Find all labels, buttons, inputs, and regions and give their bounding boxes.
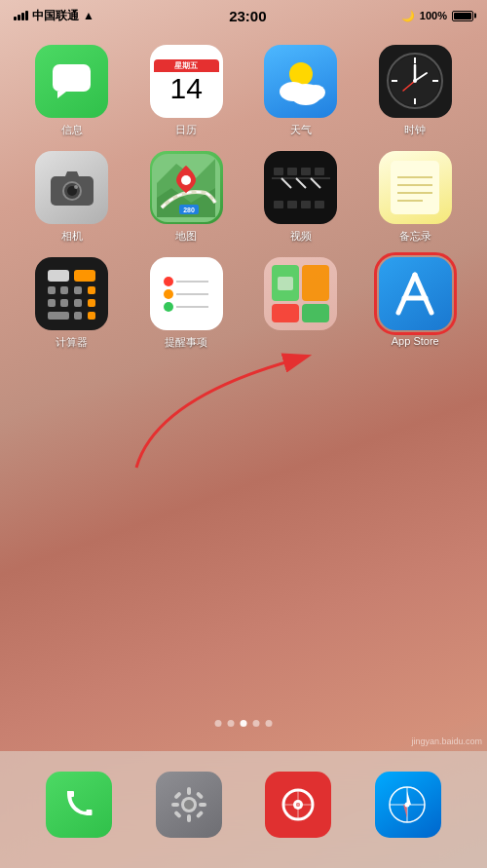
calendar-icon: 星期五 14: [150, 45, 223, 118]
calendar-day: 星期五: [154, 59, 219, 72]
maps-label: 地图: [175, 229, 197, 244]
weather-label: 天气: [290, 123, 312, 137]
svg-line-66: [415, 275, 431, 313]
app-appstore[interactable]: App Store: [363, 257, 468, 350]
svg-rect-31: [287, 201, 297, 208]
svg-rect-47: [60, 286, 68, 294]
svg-point-62: [164, 302, 173, 312]
svg-rect-0: [53, 64, 91, 92]
page-dot-3: [241, 720, 247, 727]
svg-rect-48: [74, 286, 82, 294]
dock-settings[interactable]: [156, 772, 222, 838]
svg-rect-78: [196, 811, 204, 818]
settings-icon: [156, 772, 222, 838]
wifi-icon: ▲: [83, 9, 94, 22]
clock-label: 时钟: [404, 123, 426, 137]
safari-icon: [375, 772, 441, 838]
svg-rect-71: [187, 787, 191, 795]
app-calendar[interactable]: 星期五 14 日历: [134, 45, 240, 137]
page-dot-1: [215, 720, 222, 727]
svg-rect-26: [274, 168, 283, 175]
appstore-label: App Store: [392, 335, 439, 347]
calendar-label: 日历: [175, 123, 197, 137]
weather-icon: [264, 45, 337, 118]
reminders-icon: [150, 257, 223, 330]
notes-label: 备忘录: [399, 229, 431, 244]
app-grid-row2: 相机 280 地图: [0, 149, 487, 255]
page-dot-4: [253, 720, 260, 727]
watermark: jingyan.baidu.com: [411, 736, 482, 746]
app-camera[interactable]: 相机: [19, 151, 125, 244]
maps-icon: 280: [150, 151, 223, 224]
app-videos[interactable]: 视频: [248, 151, 354, 244]
app-messages[interactable]: 信息: [19, 45, 125, 137]
svg-rect-53: [88, 299, 95, 307]
folder-mini-3: [272, 304, 299, 322]
appstore-icon: [379, 257, 452, 330]
svg-rect-45: [74, 270, 95, 282]
svg-marker-1: [57, 92, 66, 98]
app-calculator[interactable]: 计算器: [19, 257, 125, 350]
svg-rect-33: [315, 201, 324, 208]
dock-netease[interactable]: [265, 772, 331, 838]
app-clock[interactable]: 时钟: [363, 45, 468, 137]
svg-point-5: [306, 85, 325, 100]
netease-icon: [265, 772, 331, 838]
signal-bars: [14, 11, 28, 20]
app-notes[interactable]: 备忘录: [363, 151, 468, 244]
svg-rect-54: [48, 312, 69, 320]
moon-icon: 🌙: [401, 10, 415, 22]
svg-point-89: [405, 802, 410, 807]
svg-rect-52: [74, 299, 82, 307]
svg-point-20: [74, 185, 78, 189]
folder-mini-2: [302, 265, 329, 301]
dock-phone[interactable]: [46, 772, 112, 838]
svg-line-65: [398, 275, 415, 313]
messages-icon: [35, 45, 108, 118]
svg-rect-38: [391, 161, 439, 214]
svg-rect-32: [301, 201, 311, 208]
app-maps[interactable]: 280 地图: [134, 151, 240, 244]
svg-rect-49: [88, 286, 95, 294]
svg-rect-72: [187, 814, 191, 822]
videos-label: 视频: [290, 229, 312, 244]
svg-rect-50: [48, 299, 56, 307]
battery-percent: 100%: [420, 10, 447, 21]
svg-rect-55: [74, 312, 82, 320]
battery-icon: [452, 11, 473, 21]
camera-icon: [35, 151, 108, 224]
svg-rect-77: [173, 811, 181, 818]
status-left: 中国联通 ▲: [14, 8, 94, 24]
page-dot-2: [228, 720, 235, 727]
notes-icon: [379, 151, 452, 224]
folder-mini-4: [302, 304, 329, 322]
svg-rect-30: [274, 201, 283, 208]
app-weather[interactable]: 天气: [248, 45, 354, 137]
calendar-date: 14: [170, 74, 203, 103]
reminders-label: 提醒事项: [165, 335, 207, 350]
svg-text:280: 280: [183, 207, 195, 213]
svg-rect-56: [88, 312, 95, 320]
svg-rect-51: [60, 299, 68, 307]
svg-rect-64: [278, 277, 293, 290]
svg-rect-44: [48, 270, 69, 282]
svg-point-15: [413, 79, 417, 83]
svg-point-70: [184, 800, 194, 810]
svg-point-60: [164, 289, 173, 299]
app-folder[interactable]: [248, 257, 354, 350]
app-grid-row3: 计算器 提醒事项: [0, 255, 487, 361]
dock-safari[interactable]: [375, 772, 441, 838]
folder-icon: [264, 257, 337, 330]
app-reminders[interactable]: 提醒事项: [134, 257, 240, 350]
page-dot-5: [266, 720, 273, 727]
app-grid-row1: 信息 星期五 14 日历 天气: [0, 27, 487, 149]
svg-rect-27: [287, 168, 297, 175]
status-right: 🌙 100%: [401, 10, 473, 22]
svg-rect-46: [48, 286, 56, 294]
videos-icon: [264, 151, 337, 224]
messages-label: 信息: [61, 123, 83, 137]
status-bar: 中国联通 ▲ 23:00 🌙 100%: [0, 0, 487, 27]
svg-point-22: [181, 175, 191, 185]
svg-rect-73: [171, 803, 179, 807]
svg-point-58: [164, 277, 173, 286]
